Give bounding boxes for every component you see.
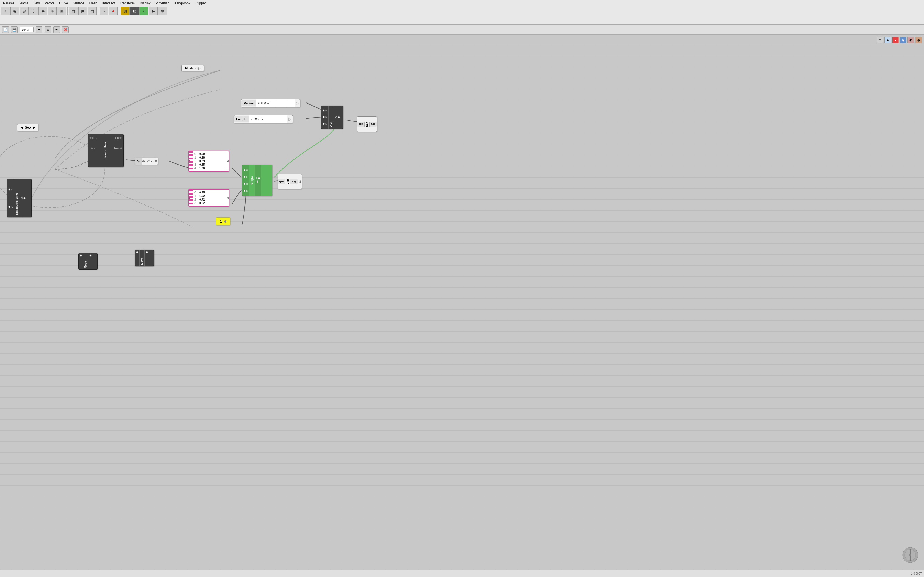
crv-port-out[interactable] bbox=[155, 160, 157, 163]
cap-label: Cap bbox=[286, 178, 290, 185]
cyl-port-b[interactable] bbox=[323, 110, 325, 111]
tool-icon-6[interactable]: ⊞ bbox=[57, 6, 66, 15]
vpipe-port-t[interactable] bbox=[243, 176, 246, 178]
rotate-move-node[interactable]: G A Rotate And Move G bbox=[7, 179, 32, 218]
canvas-btn-6[interactable]: ◑ bbox=[915, 37, 922, 44]
menu-transform[interactable]: Transform bbox=[119, 1, 136, 5]
move1-node[interactable]: Move bbox=[78, 253, 98, 269]
new-button[interactable]: 📄 bbox=[2, 26, 9, 33]
cap2-node[interactable]: B Cap B bbox=[357, 116, 377, 132]
canvas-btn-3[interactable]: ● bbox=[892, 37, 899, 44]
tool-icon-util[interactable]: ▶ bbox=[149, 6, 158, 15]
menu-sets[interactable]: Sets bbox=[32, 1, 41, 5]
cyl-port-c-out[interactable] bbox=[338, 116, 340, 118]
toolbar2: 📄 💾 154% ▼ ⊞ 👁 🎯 bbox=[0, 25, 924, 35]
move2-port-out[interactable] bbox=[146, 251, 148, 253]
geo-node[interactable]: ◀ Geo ▶ bbox=[17, 124, 39, 131]
cap2-port-b-left: B bbox=[357, 122, 365, 127]
menu-clipper[interactable]: Clipper bbox=[195, 1, 207, 5]
nav-compass[interactable] bbox=[902, 547, 919, 563]
move2-node[interactable]: Move bbox=[135, 250, 154, 266]
menu-vector[interactable]: Vector bbox=[44, 1, 55, 5]
canvas-btn-4[interactable]: ◉ bbox=[900, 37, 906, 44]
toolbar: Params Maths Sets Vector Curve Surface M… bbox=[0, 0, 924, 25]
tool-input-icon[interactable]: ▤ bbox=[88, 6, 97, 15]
zoom-dropdown[interactable]: ▼ bbox=[36, 26, 42, 33]
length-slider[interactable]: Length 40.000 ● ▷ bbox=[234, 115, 293, 123]
tool-icon-5[interactable]: ⊕ bbox=[48, 6, 57, 15]
rm-port-g-out[interactable] bbox=[23, 197, 26, 199]
save-button[interactable]: 💾 bbox=[11, 26, 18, 33]
data-row-0: 00.00 bbox=[194, 152, 227, 156]
menu-pufferfish[interactable]: Pufferfish bbox=[155, 1, 170, 5]
vpipe-port-r[interactable] bbox=[243, 183, 246, 185]
menu-surface[interactable]: Surface bbox=[72, 1, 85, 5]
number-port-out[interactable] bbox=[224, 220, 226, 222]
vpipe-port-p-out[interactable] bbox=[258, 177, 260, 179]
tool-icon-plus[interactable]: ⊕ bbox=[158, 6, 167, 15]
arrow-right-icon[interactable]: → bbox=[100, 6, 108, 15]
tool-red-icon[interactable]: ● bbox=[109, 6, 118, 15]
menu-maths[interactable]: Maths bbox=[18, 1, 29, 5]
cyl-port-r[interactable] bbox=[323, 116, 325, 118]
data-lower-node[interactable]: 00.75 11.02 20.72 30.92 bbox=[188, 189, 229, 206]
bake-button[interactable]: 🎯 bbox=[62, 26, 69, 33]
lines-to-base-node[interactable]: x ↓ y Lines to Base out lines bbox=[88, 134, 124, 167]
vpipe-node[interactable]: C t R E VPipe P ⬇ bbox=[242, 164, 272, 196]
tool-prim-icon[interactable]: ▣ bbox=[78, 6, 87, 15]
menu-intersect[interactable]: Intersect bbox=[102, 1, 116, 5]
rm-port-a[interactable] bbox=[8, 206, 10, 208]
tool-dark-icon[interactable]: ◐ bbox=[130, 6, 139, 15]
crv-node[interactable]: ∿ Crv bbox=[135, 158, 158, 165]
move1-port-g[interactable] bbox=[80, 255, 82, 256]
move1-port-out[interactable] bbox=[89, 255, 92, 256]
tool-icon-4[interactable]: ◈ bbox=[39, 6, 47, 15]
data-upper-node[interactable]: 00.00 10.18 20.39 30.65 41.00 bbox=[188, 151, 229, 172]
cap-port-b[interactable] bbox=[279, 181, 282, 183]
menu-kangaroo2[interactable]: Kangaroo2 bbox=[173, 1, 191, 5]
cap2-out-b[interactable] bbox=[373, 123, 375, 125]
close-icon[interactable]: ✕ bbox=[1, 6, 10, 15]
menu-params[interactable]: Params bbox=[2, 1, 15, 5]
cap-out-b[interactable] bbox=[294, 181, 296, 183]
menu-mesh[interactable]: Mesh bbox=[88, 1, 98, 5]
number-node[interactable]: 1 bbox=[216, 218, 231, 225]
data-lower-port-out[interactable] bbox=[228, 197, 229, 199]
rm-port-g1[interactable] bbox=[8, 189, 10, 191]
cyl-node[interactable]: B R L Cyl C bbox=[321, 105, 343, 129]
radius-track[interactable]: 6.800 ● bbox=[256, 100, 295, 107]
mesh-node[interactable]: Mesh ◁ ▷ bbox=[181, 65, 204, 71]
cap-node[interactable]: B Cap B ⬇ bbox=[278, 174, 302, 189]
tool-geo-icon[interactable]: ▦ bbox=[69, 6, 78, 15]
data-lower-row-1: 11.02 bbox=[194, 194, 227, 198]
tool-icon-3[interactable]: ⬡ bbox=[29, 6, 38, 15]
lines-to-base-label: Lines to Base bbox=[104, 142, 107, 160]
canvas-area[interactable]: Mesh ◁ ▷ ◀ Geo ▶ Radius 6.800 ● ▷ Length… bbox=[0, 35, 924, 577]
menu-display[interactable]: Display bbox=[139, 1, 151, 5]
input-port-x[interactable] bbox=[89, 137, 92, 139]
length-track[interactable]: 40.000 ● bbox=[249, 115, 288, 123]
tool-yellow-icon[interactable]: ▧ bbox=[121, 6, 129, 15]
zoom-display[interactable]: 154% bbox=[20, 27, 34, 32]
radius-slider[interactable]: Radius 6.800 ● ▷ bbox=[241, 99, 300, 108]
cyl-port-l[interactable] bbox=[323, 123, 325, 125]
data-row-4: 41.00 bbox=[194, 166, 227, 170]
preview-button[interactable]: 👁 bbox=[53, 26, 60, 33]
output-port-lines[interactable] bbox=[120, 147, 123, 150]
canvas-btn-5[interactable]: ◐ bbox=[908, 37, 914, 44]
tool-icon-2[interactable]: ◎ bbox=[20, 6, 29, 15]
move2-port-g[interactable] bbox=[136, 251, 138, 253]
cap2-port-b[interactable] bbox=[359, 123, 361, 125]
canvas-btn-1[interactable]: ⊕ bbox=[877, 37, 883, 44]
output-port-out[interactable] bbox=[120, 137, 121, 139]
canvas-btn-2[interactable]: ◈ bbox=[884, 37, 891, 44]
vpipe-port-c[interactable] bbox=[243, 169, 246, 171]
input-port-y[interactable] bbox=[91, 147, 93, 150]
fit-button[interactable]: ⊞ bbox=[45, 26, 51, 33]
data-upper-port-out[interactable] bbox=[228, 160, 229, 163]
menu-curve[interactable]: Curve bbox=[58, 1, 69, 5]
tool-icon-1[interactable]: ◉ bbox=[10, 6, 19, 15]
crv-port-in[interactable] bbox=[142, 160, 145, 163]
tool-green-icon[interactable]: ▪ bbox=[139, 6, 148, 15]
vpipe-port-e[interactable] bbox=[243, 190, 246, 192]
